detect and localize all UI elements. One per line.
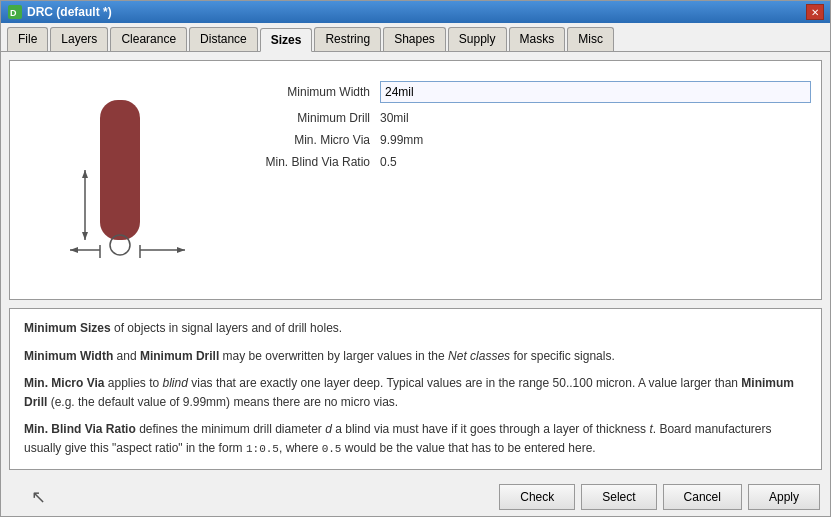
desc-net-classes-italic: Net classes (448, 349, 510, 363)
min-blind-via-ratio-value: 0.5 (380, 155, 397, 169)
min-blind-via-ratio-label: Min. Blind Via Ratio (240, 155, 370, 169)
svg-text:D: D (10, 8, 17, 18)
minimum-drill-value: 30mil (380, 111, 409, 125)
titlebar-buttons: ✕ (806, 4, 824, 20)
desc-min-sizes-bold: Minimum Sizes (24, 321, 111, 335)
minimum-width-label: Minimum Width (240, 85, 370, 99)
minimum-drill-label: Minimum Drill (240, 111, 370, 125)
tab-bar: File Layers Clearance Distance Sizes Res… (1, 23, 830, 52)
minimum-width-input[interactable] (380, 81, 811, 103)
desc-min-drill-bold: Minimum Drill (140, 349, 219, 363)
desc-mono2: 0.5 (322, 443, 342, 455)
select-button[interactable]: Select (581, 484, 656, 510)
tab-supply[interactable]: Supply (448, 27, 507, 51)
window-title: DRC (default *) (27, 5, 112, 19)
titlebar: D DRC (default *) ✕ (1, 1, 830, 23)
tab-misc[interactable]: Misc (567, 27, 614, 51)
desc-mono1: 1:0.5 (246, 443, 279, 455)
desc-blind-ratio-bold: Min. Blind Via Ratio (24, 422, 136, 436)
min-micro-via-row: Min. Micro Via 9.99mm (240, 133, 811, 147)
tab-layers[interactable]: Layers (50, 27, 108, 51)
desc-micro-via-bold: Min. Micro Via (24, 376, 104, 390)
desc-line4: Min. Blind Via Ratio defines the minimum… (24, 420, 807, 459)
cursor-indicator: ↖ (31, 486, 46, 508)
desc-line1-rest: of objects in signal layers and of drill… (111, 321, 342, 335)
via-diagram (30, 80, 210, 280)
desc-d-italic: d (325, 422, 332, 436)
check-button[interactable]: Check (499, 484, 575, 510)
desc-line1: Minimum Sizes of objects in signal layer… (24, 319, 807, 338)
content-area: Minimum Width Minimum Drill 30mil Min. M… (1, 52, 830, 478)
desc-line4-rest1: defines the minimum drill diameter (136, 422, 325, 436)
tab-clearance[interactable]: Clearance (110, 27, 187, 51)
minimum-drill-row: Minimum Drill 30mil (240, 111, 811, 125)
desc-line3: Min. Micro Via applies to blind vias tha… (24, 374, 807, 412)
desc-min-width-bold: Minimum Width (24, 349, 113, 363)
diagram-area (20, 71, 220, 289)
minimum-width-row: Minimum Width (240, 81, 811, 103)
tab-masks[interactable]: Masks (509, 27, 566, 51)
svg-marker-11 (82, 170, 88, 178)
min-micro-via-value: 9.99mm (380, 133, 423, 147)
svg-marker-6 (70, 247, 78, 253)
min-blind-via-ratio-row: Min. Blind Via Ratio 0.5 (240, 155, 811, 169)
titlebar-left: D DRC (default *) (7, 4, 112, 20)
desc-line2-rest: may be overwritten by larger values in t… (219, 349, 448, 363)
app-icon: D (7, 4, 23, 20)
desc-line3-rest2: vias that are exactly one layer deep. Ty… (188, 376, 741, 390)
description-panel: Minimum Sizes of objects in signal layer… (9, 308, 822, 470)
desc-line3-rest3: (e.g. the default value of 9.99mm) means… (47, 395, 398, 409)
desc-line2-end: for specific signals. (510, 349, 615, 363)
desc-line4-rest4: , where (279, 441, 322, 455)
tab-file[interactable]: File (7, 27, 48, 51)
svg-marker-12 (82, 232, 88, 240)
tab-distance[interactable]: Distance (189, 27, 258, 51)
cancel-button[interactable]: Cancel (663, 484, 742, 510)
desc-line4-rest2: a blind via must have if it goes through… (332, 422, 650, 436)
min-micro-via-label: Min. Micro Via (240, 133, 370, 147)
desc-line2-mid: and (113, 349, 140, 363)
bottom-bar: ↖ Check Select Cancel Apply (1, 478, 830, 516)
tab-restring[interactable]: Restring (314, 27, 381, 51)
desc-blind-italic: blind (163, 376, 188, 390)
tab-sizes[interactable]: Sizes (260, 28, 313, 52)
main-window: D DRC (default *) ✕ File Layers Clearanc… (0, 0, 831, 517)
apply-button[interactable]: Apply (748, 484, 820, 510)
desc-line4-rest5: would be the value that has to be entere… (341, 441, 595, 455)
svg-marker-7 (177, 247, 185, 253)
close-button[interactable]: ✕ (806, 4, 824, 20)
tab-shapes[interactable]: Shapes (383, 27, 446, 51)
main-panel: Minimum Width Minimum Drill 30mil Min. M… (9, 60, 822, 300)
desc-line2: Minimum Width and Minimum Drill may be o… (24, 347, 807, 366)
svg-rect-2 (100, 100, 140, 240)
fields-area: Minimum Width Minimum Drill 30mil Min. M… (240, 71, 811, 289)
desc-line3-rest1: applies to (104, 376, 162, 390)
